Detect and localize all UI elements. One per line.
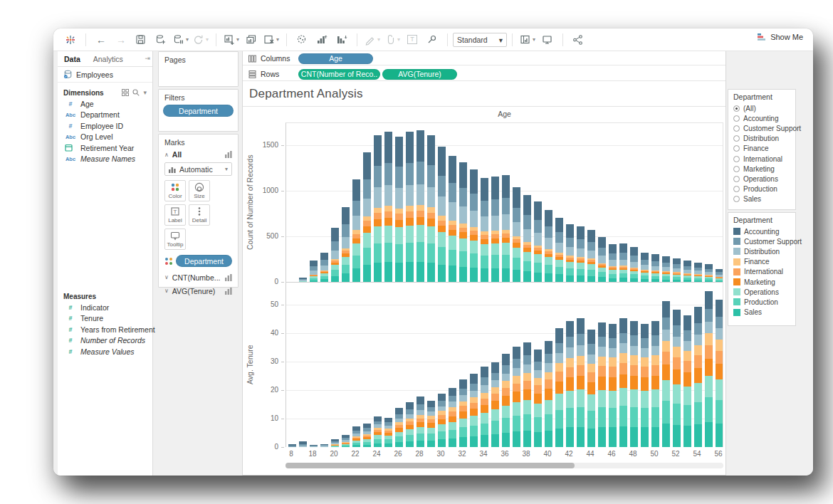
bar-segment-operations[interactable] xyxy=(502,243,510,255)
bar-segment-accounting[interactable] xyxy=(374,135,382,166)
bar-segment-sales[interactable] xyxy=(513,431,520,447)
bar-segment-distribution[interactable] xyxy=(320,266,328,271)
bar-segment-operations[interactable] xyxy=(438,424,446,431)
radio-icon[interactable] xyxy=(733,166,740,172)
bar-segment-customer-support[interactable] xyxy=(545,226,552,238)
bar-segment-distribution[interactable] xyxy=(406,185,414,206)
stacked-bar-age-47[interactable] xyxy=(619,318,627,447)
shelf-pill-avg-tenure-[interactable]: AVG(Tenure) xyxy=(382,69,457,80)
bar-segment-international[interactable] xyxy=(459,406,467,411)
bar-segment-distribution[interactable] xyxy=(470,391,478,397)
bar-segment-marketing[interactable] xyxy=(470,409,478,416)
stacked-bar-age-35[interactable] xyxy=(491,362,499,447)
stacked-bar-age-19[interactable] xyxy=(320,253,328,283)
radio-icon[interactable] xyxy=(733,196,740,202)
bar-segment-customer-support[interactable] xyxy=(555,232,563,243)
bar-segment-accounting[interactable] xyxy=(427,135,435,166)
bar-segment-operations[interactable] xyxy=(566,391,574,408)
bar-segment-operations[interactable] xyxy=(502,406,510,419)
bar-segment-distribution[interactable] xyxy=(449,401,456,407)
bar-segment-customer-support[interactable] xyxy=(683,330,691,341)
stacked-bar-age-50[interactable] xyxy=(651,321,659,447)
bar-segment-customer-support[interactable] xyxy=(449,396,456,401)
bar-segment-customer-support[interactable] xyxy=(374,166,382,187)
stacked-bar-age-32[interactable] xyxy=(459,379,467,447)
bar-segment-sales[interactable] xyxy=(406,441,414,447)
bar-segment-operations[interactable] xyxy=(374,226,382,243)
stacked-bar-age-38[interactable] xyxy=(523,195,531,283)
bar-segment-international[interactable] xyxy=(481,399,488,405)
stacked-bar-age-34[interactable] xyxy=(481,178,488,283)
bar-segment-operations[interactable] xyxy=(545,257,552,265)
bar-segment-finance[interactable] xyxy=(577,356,585,365)
bar-segment-distribution[interactable] xyxy=(609,260,617,266)
bar-segment-distribution[interactable] xyxy=(716,328,723,340)
bar-segment-finance[interactable] xyxy=(598,357,606,366)
bar-segment-international[interactable] xyxy=(716,351,723,364)
bar-segment-international[interactable] xyxy=(566,367,574,378)
bar-segment-operations[interactable] xyxy=(406,226,414,243)
bar-segment-operations[interactable] xyxy=(555,260,563,267)
new-data-source-icon[interactable] xyxy=(153,31,169,48)
bar-segment-accounting[interactable] xyxy=(609,244,617,253)
chart-pane-tenure[interactable] xyxy=(286,283,723,447)
radio-icon[interactable] xyxy=(733,145,740,152)
stacked-bar-age-45[interactable] xyxy=(598,322,606,447)
bar-segment-distribution[interactable] xyxy=(577,345,585,356)
bar-segment-international[interactable] xyxy=(651,365,659,376)
bar-segment-customer-support[interactable] xyxy=(481,377,488,385)
bar-segment-marketing[interactable] xyxy=(416,422,424,427)
bar-segment-accounting[interactable] xyxy=(363,152,371,179)
stacked-bar-age-29[interactable] xyxy=(427,401,435,447)
bar-segment-accounting[interactable] xyxy=(406,402,414,409)
bar-segment-accounting[interactable] xyxy=(331,228,339,241)
bar-segment-customer-support[interactable] xyxy=(598,248,606,256)
bar-segment-sales[interactable] xyxy=(534,432,542,447)
bar-segment-production[interactable] xyxy=(416,242,424,262)
attach-icon[interactable]: ▾ xyxy=(384,31,400,48)
bar-segment-production[interactable] xyxy=(513,258,520,270)
bar-segment-marketing[interactable] xyxy=(352,238,360,244)
bar-segment-production[interactable] xyxy=(523,261,531,272)
bar-segment-marketing[interactable] xyxy=(619,374,627,389)
stacked-bar-age-41[interactable] xyxy=(555,218,563,283)
bar-segment-customer-support[interactable] xyxy=(491,373,499,380)
stacked-bar-age-27[interactable] xyxy=(406,132,414,283)
bar-segment-production[interactable] xyxy=(662,401,670,424)
save-icon[interactable] xyxy=(133,31,149,48)
measure-years-from-retirement[interactable]: #Years from Retirement xyxy=(58,324,152,335)
fix-axes-pin-icon[interactable] xyxy=(424,31,440,48)
bar-segment-production[interactable] xyxy=(694,402,702,424)
pane-toggle-icon[interactable]: ⇥ xyxy=(145,55,150,62)
bar-segment-sales[interactable] xyxy=(566,427,574,447)
color-button[interactable]: Color xyxy=(164,180,186,201)
bar-segment-marketing[interactable] xyxy=(651,376,659,389)
bar-segment-production[interactable] xyxy=(502,418,510,432)
bar-segment-accounting[interactable] xyxy=(662,256,670,263)
size-button[interactable]: Size xyxy=(189,180,210,201)
bar-segment-finance[interactable] xyxy=(470,397,478,402)
bar-segment-finance[interactable] xyxy=(555,363,563,372)
bar-segment-distribution[interactable] xyxy=(331,251,339,259)
bar-segment-marketing[interactable] xyxy=(587,382,595,394)
legend-item-sales[interactable]: Sales xyxy=(728,308,795,317)
legend-item-production[interactable]: Production xyxy=(728,297,795,307)
bar-segment-distribution[interactable] xyxy=(598,256,606,263)
bar-segment-marketing[interactable] xyxy=(449,230,456,236)
bar-segment-accounting[interactable] xyxy=(683,315,691,330)
bar-segment-international[interactable] xyxy=(662,352,670,364)
marks-measure-row[interactable]: ∨AVG(Tenure) xyxy=(159,284,238,298)
bar-segment-sales[interactable] xyxy=(705,422,713,447)
bar-segment-marketing[interactable] xyxy=(427,423,435,428)
stacked-bar-age-46[interactable] xyxy=(609,244,617,283)
stacked-bar-age-54[interactable] xyxy=(694,263,702,283)
bar-segment-accounting[interactable] xyxy=(523,195,531,215)
bar-segment-production[interactable] xyxy=(534,263,542,273)
bar-segment-customer-support[interactable] xyxy=(577,334,585,345)
bar-segment-production[interactable] xyxy=(331,270,339,276)
bar-segment-accounting[interactable] xyxy=(716,300,723,317)
bar-segment-operations[interactable] xyxy=(683,387,691,405)
datasource-row[interactable]: Employees xyxy=(58,67,152,83)
search-icon[interactable] xyxy=(132,89,140,96)
stacked-bar-age-29[interactable] xyxy=(427,135,435,283)
